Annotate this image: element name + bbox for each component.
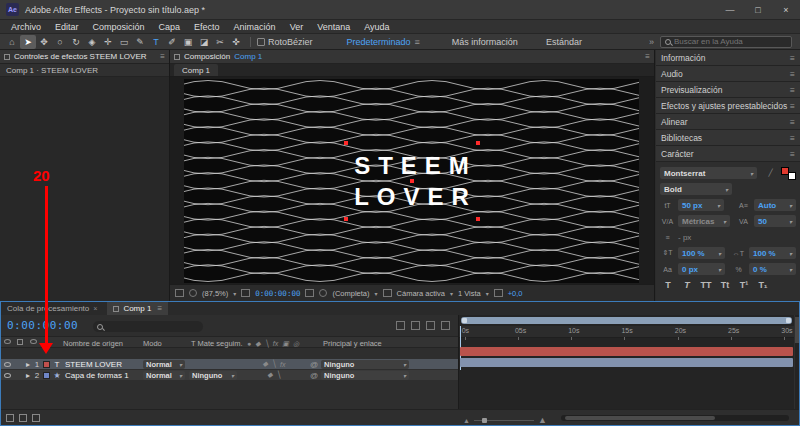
tool-hand-icon[interactable]: ✥	[36, 35, 52, 49]
effect-controls-breadcrumb[interactable]: Comp 1 · STEEM LOVER	[0, 64, 169, 77]
tool-roto-brush-icon[interactable]: ✂	[212, 35, 228, 49]
switch-collapse-icon[interactable]: ◆	[262, 360, 267, 368]
minimize-button[interactable]: —	[716, 0, 744, 19]
workspace-mas-informacion[interactable]: Más información	[452, 37, 518, 47]
composition-canvas[interactable]: STEEM LOVER	[184, 79, 639, 283]
all-caps-icon[interactable]: TT	[698, 280, 714, 290]
tsume-field[interactable]: 0 % ▾	[749, 263, 796, 275]
panel-menu-icon[interactable]: ≡	[790, 69, 795, 79]
layer-mode-dropdown[interactable]: Normal ▾	[143, 360, 185, 369]
timeline-search-box[interactable]	[93, 321, 203, 332]
panel-efectos-ajustes[interactable]: Efectos y ajustes preestablecidos ≡	[656, 98, 800, 114]
toolbar-overflow-icon[interactable]: »	[649, 37, 654, 47]
eye-icon[interactable]	[4, 373, 11, 378]
tool-type-icon[interactable]: T	[148, 35, 164, 49]
eyedropper-icon[interactable]: ╱	[763, 169, 778, 177]
timeline-vertical-scrollbar[interactable]	[795, 315, 799, 409]
channels-icon[interactable]	[189, 289, 197, 297]
workspace-menu-icon[interactable]: ≡	[415, 37, 420, 47]
tab-cola-de-procesamiento[interactable]: Cola de procesamiento ×	[7, 304, 97, 313]
help-search-input[interactable]	[674, 37, 787, 46]
panel-menu-icon[interactable]: ≡	[790, 133, 795, 143]
resolution-caret-icon[interactable]: ▾	[375, 290, 378, 297]
panel-menu-icon[interactable]: ≡	[645, 52, 650, 61]
switch-quality-icon[interactable]: ╲	[272, 360, 276, 368]
help-search-box[interactable]	[660, 36, 792, 48]
switch-effects-icon[interactable]: fx	[280, 361, 285, 368]
close-button[interactable]: ×	[772, 0, 800, 19]
current-timecode[interactable]: 0:00:00:00	[7, 319, 78, 332]
fill-color-swatch[interactable]	[781, 167, 789, 175]
selection-handle[interactable]	[344, 141, 348, 145]
pixel-aspect-icon[interactable]	[494, 289, 503, 297]
panel-audio[interactable]: Audio ≡	[656, 66, 800, 82]
exposure-value[interactable]: +0,0	[508, 289, 523, 298]
view-layout-select[interactable]: 1 Vista	[458, 289, 481, 298]
panel-menu-icon[interactable]: ≡	[157, 304, 162, 313]
panel-alinear[interactable]: Alinear ≡	[656, 114, 800, 130]
menu-composicion[interactable]: Composición	[86, 22, 152, 32]
workspace-estandar[interactable]: Estándar	[546, 37, 582, 47]
tool-zoom-icon[interactable]: ○	[52, 35, 68, 49]
tool-orbit-icon[interactable]: ↻	[68, 35, 84, 49]
anchor-point-handle[interactable]	[410, 179, 414, 183]
selection-handle[interactable]	[476, 217, 480, 221]
show-snapshot-icon[interactable]	[319, 289, 327, 297]
menu-ventana[interactable]: Ventana	[310, 22, 357, 32]
close-tab-icon[interactable]: ×	[93, 305, 97, 312]
column-source-name[interactable]: Nombre de origen	[63, 339, 123, 348]
menu-archivo[interactable]: Archivo	[4, 22, 48, 32]
layer-switches[interactable]: ◆ ╲	[239, 370, 309, 380]
menu-capa[interactable]: Capa	[152, 22, 188, 32]
layer-row-1[interactable]: ▸ 1 T STEEM LOVER Normal ▾ ◆ ╲ fx @	[1, 359, 458, 370]
menu-ayuda[interactable]: Ayuda	[357, 22, 396, 32]
timeline-search-input[interactable]	[106, 322, 199, 331]
small-caps-icon[interactable]: Tt	[717, 280, 733, 290]
view-caret-icon[interactable]: ▾	[486, 290, 489, 297]
layer-name[interactable]: Capa de formas 1	[63, 370, 141, 380]
tool-brush-icon[interactable]: ✐	[164, 35, 180, 49]
tab-comp1[interactable]: Comp 1 ≡	[107, 302, 168, 315]
timeline-zoom-control[interactable]: ▲ ▲	[463, 415, 547, 425]
switch-collapse-icon[interactable]: ◆	[267, 371, 272, 379]
active-camera-select[interactable]: Cámara activa	[397, 289, 445, 298]
layer-expand-chevron[interactable]: ▸	[23, 370, 33, 380]
stroke-color-swatch[interactable]	[788, 172, 796, 180]
layer-matte-dropdown[interactable]: Ninguno ▾	[189, 371, 237, 380]
parent-pickwhip-icon[interactable]: @	[309, 359, 319, 369]
baseline-shift-field[interactable]: 0 px ▾	[678, 263, 725, 275]
navigator-end-handle[interactable]	[786, 318, 791, 323]
rotobezier-checkbox[interactable]	[257, 38, 265, 46]
stroke-width-value[interactable]: - px	[678, 233, 691, 242]
layer-parent-dropdown[interactable]: Ninguno ▾	[321, 371, 409, 380]
vertical-scale-field[interactable]: 100 % ▾	[678, 247, 725, 259]
panel-bibliotecas[interactable]: Bibliotecas ≡	[656, 130, 800, 146]
workspace-predeterminado[interactable]: Predeterminado	[347, 37, 411, 47]
menu-animacion[interactable]: Animación	[227, 22, 283, 32]
panel-menu-icon[interactable]: ≡	[790, 85, 795, 95]
tool-selection-icon[interactable]: ➤	[20, 35, 36, 49]
expand-transfer-controls-icon[interactable]	[6, 414, 14, 422]
parent-pickwhip-icon[interactable]: @	[309, 370, 319, 380]
tool-puppet-icon[interactable]: ✜	[228, 35, 244, 49]
snapshot-icon[interactable]	[305, 289, 314, 297]
font-size-field[interactable]: 50 px ▾	[678, 199, 724, 211]
column-mode[interactable]: Modo	[143, 339, 162, 348]
menu-editar[interactable]: Editar	[48, 22, 86, 32]
font-style-dropdown[interactable]: Bold ▾	[660, 183, 732, 195]
timeline-horizontal-scrollbar[interactable]	[561, 415, 789, 421]
viewer-timecode[interactable]: 0:00:00:00	[255, 289, 300, 298]
tool-clone-stamp-icon[interactable]: ▣	[180, 35, 196, 49]
layer-switches[interactable]: ◆ ╲ fx	[239, 359, 309, 369]
transparency-grid-icon[interactable]	[175, 289, 184, 297]
zoom-level[interactable]: (87,5%)	[202, 289, 228, 298]
composition-panel-tab[interactable]: Composición Comp 1 ≡	[170, 50, 654, 64]
eye-icon[interactable]	[4, 362, 11, 367]
expand-render-time-icon[interactable]	[32, 414, 40, 422]
subscript-icon[interactable]: T₁	[755, 280, 771, 290]
tool-home-icon[interactable]: ⌂	[4, 35, 20, 49]
scrollbar-thumb[interactable]	[565, 416, 715, 420]
draft-3d-icon[interactable]	[411, 321, 420, 330]
menu-ver[interactable]: Ver	[283, 22, 311, 32]
layer-parent-dropdown[interactable]: Ninguno ▾	[321, 360, 409, 369]
